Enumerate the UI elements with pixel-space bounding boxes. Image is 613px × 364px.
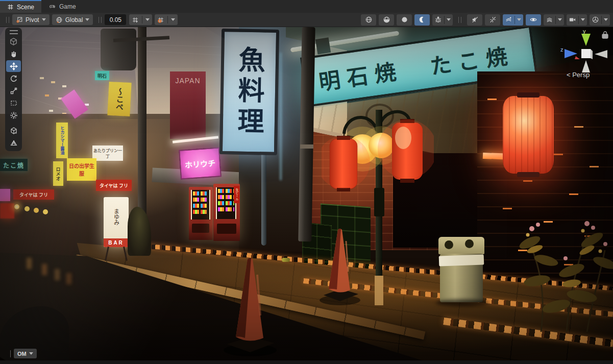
litter-can[interactable] bbox=[282, 258, 290, 262]
vending-machines[interactable]: 生ビール bbox=[189, 184, 240, 244]
bar-signboard[interactable]: まゆみ BAR bbox=[104, 197, 129, 247]
tool-context-button[interactable] bbox=[6, 36, 21, 47]
vending-machine-right[interactable]: 生ビール bbox=[213, 184, 240, 241]
camera-settings-dropdown[interactable] bbox=[567, 14, 587, 26]
magenta-small-sign[interactable] bbox=[0, 189, 10, 201]
soy-sauce-sign[interactable]: ヒカシマー醤油 bbox=[56, 123, 68, 158]
shaded-wireframe-button[interactable] bbox=[379, 14, 394, 26]
viewport-bottom-strip bbox=[0, 360, 613, 364]
moon-icon bbox=[419, 16, 426, 23]
trash-bin[interactable] bbox=[440, 237, 483, 302]
gizmos-dropdown[interactable] bbox=[590, 14, 610, 26]
global-dropdown[interactable]: Global bbox=[52, 14, 93, 25]
chevron-down-icon bbox=[145, 18, 150, 21]
toolbar-drag-handle[interactable] bbox=[99, 17, 102, 23]
tire-sign-near[interactable]: タイヤは フリ bbox=[96, 180, 132, 191]
scale-tool-button[interactable] bbox=[6, 85, 21, 96]
akashi-small-sign[interactable]: 明石 bbox=[95, 71, 109, 80]
bar-band: BAR bbox=[104, 238, 129, 247]
street-lantern-dots bbox=[14, 204, 19, 209]
transform-icon bbox=[10, 111, 18, 119]
scene-visibility-toggle[interactable] bbox=[526, 14, 541, 26]
scene-viewport[interactable]: たこ焼 明石 〜こペ ヒカシマー醤油 ロメオ あたりプリン一丁 日の出学生服 タ… bbox=[0, 27, 613, 364]
tab-game[interactable]: Game bbox=[41, 0, 83, 13]
bar-label: BAR bbox=[108, 240, 124, 246]
scene-lighting-toggle[interactable] bbox=[414, 14, 430, 26]
pole-band bbox=[300, 144, 313, 149]
vending-dispenser bbox=[192, 224, 209, 233]
grid-snap-icon bbox=[132, 16, 139, 23]
red-glow-sign[interactable] bbox=[0, 203, 14, 219]
takoyaki-small-sign[interactable]: たこ焼 bbox=[0, 159, 28, 171]
vending-window bbox=[191, 190, 210, 220]
effects-off-toggle[interactable] bbox=[485, 14, 500, 26]
overlay-menu: OM bbox=[10, 349, 37, 358]
vending-dispenser bbox=[217, 224, 236, 234]
beer-tag: 生ビール bbox=[234, 186, 239, 203]
move-snap-value: 0.05 bbox=[110, 16, 121, 23]
lantern-cap-top bbox=[517, 92, 540, 98]
pe-hanging-sign[interactable]: 〜こペ bbox=[107, 82, 131, 116]
global-label: Global bbox=[65, 16, 83, 23]
japan-banner-sign[interactable]: JAPAN bbox=[170, 71, 206, 139]
chevron-down-icon bbox=[29, 352, 33, 355]
school-uniform-sign[interactable]: 日の出学生服 bbox=[67, 158, 96, 181]
plant[interactable] bbox=[510, 163, 613, 332]
view-tool-button[interactable] bbox=[6, 48, 21, 60]
tube-bracket bbox=[315, 37, 331, 55]
lock-icon[interactable] bbox=[602, 32, 608, 38]
projection-label[interactable]: < Persp bbox=[567, 71, 590, 79]
draw-mode-button[interactable] bbox=[361, 14, 376, 26]
romeo-label: ロメオ bbox=[55, 167, 62, 181]
debug-mode-dropdown[interactable] bbox=[432, 14, 453, 26]
bin-shadow bbox=[436, 299, 489, 306]
shaded-mode-button[interactable] bbox=[397, 14, 412, 26]
tire-label: タイヤは フリ bbox=[100, 182, 128, 189]
pudding-sign[interactable]: あたりプリン一丁 bbox=[92, 145, 123, 161]
move-tool-button[interactable] bbox=[6, 60, 21, 72]
globe-icon bbox=[56, 16, 63, 23]
transform-tool-button[interactable] bbox=[6, 109, 21, 121]
rect-tool-button[interactable] bbox=[6, 97, 21, 109]
fish-cuisine-sign[interactable]: 魚料理 bbox=[219, 29, 279, 155]
pivot-icon bbox=[16, 16, 23, 23]
gizmo-axis-z bbox=[565, 49, 577, 58]
overlay-drag-handle[interactable] bbox=[10, 30, 18, 34]
mesh-tool-button[interactable] bbox=[6, 137, 21, 149]
horiuchi-label: ホリウチ bbox=[184, 157, 215, 169]
pivot-dropdown[interactable]: Pivot bbox=[12, 14, 50, 25]
lantern-right bbox=[378, 119, 434, 183]
traffic-cone-back[interactable] bbox=[314, 226, 365, 307]
toolbar-drag-handle[interactable] bbox=[458, 17, 461, 23]
rotate-icon bbox=[10, 75, 18, 83]
gizmo-axis-y bbox=[581, 34, 591, 46]
cube-alt-icon bbox=[10, 127, 18, 135]
road-reflections bbox=[27, 258, 32, 269]
tire-sign-far[interactable]: タイヤは フリ bbox=[13, 189, 54, 200]
move-icon bbox=[10, 62, 18, 70]
speaker-muted-icon bbox=[471, 16, 479, 23]
move-snap-field[interactable]: 0.05 bbox=[105, 14, 126, 25]
pole-transformer[interactable] bbox=[101, 29, 136, 70]
overlay-menu-button[interactable]: OM bbox=[14, 349, 37, 358]
hand-icon bbox=[10, 50, 18, 58]
takoyaki-small-label: たこ焼 bbox=[3, 161, 24, 169]
lantern-left bbox=[322, 136, 370, 191]
romeo-sign[interactable]: ロメオ bbox=[53, 161, 63, 186]
unity-editor-window: Scene Game Pivot Global 0.05 bbox=[0, 0, 613, 364]
grid-snap-button[interactable] bbox=[129, 14, 152, 25]
increment-snap-button[interactable] bbox=[155, 14, 178, 25]
audio-toggle[interactable] bbox=[467, 14, 482, 26]
particles-dropdown[interactable] bbox=[503, 14, 523, 26]
horiuchi-neon-sign[interactable]: ホリウチ bbox=[179, 147, 222, 179]
toolbar-drag-handle[interactable] bbox=[6, 17, 9, 23]
bar-name: まゆみ bbox=[112, 201, 120, 232]
tab-scene[interactable]: Scene bbox=[0, 0, 41, 13]
custom-tool-button[interactable] bbox=[6, 125, 21, 136]
wood-wall-glints bbox=[487, 99, 497, 100]
gizmo-axis-x bbox=[575, 56, 580, 59]
rotate-tool-button[interactable] bbox=[6, 72, 21, 84]
layers-dropdown[interactable] bbox=[544, 14, 564, 26]
vending-machine-left[interactable] bbox=[189, 187, 213, 240]
traffic-cone-front[interactable] bbox=[218, 254, 282, 359]
